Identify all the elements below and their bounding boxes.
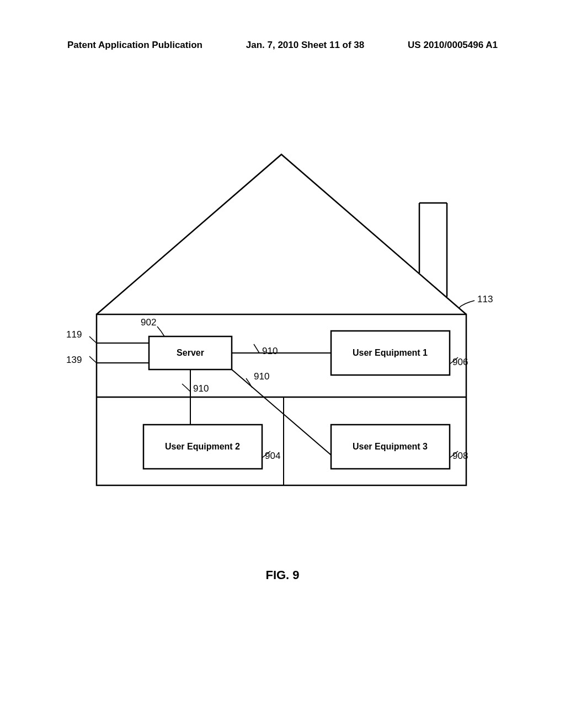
ref-904: 904 [265,451,280,461]
ref-113: 113 [477,294,493,304]
figure-caption: FIG. 9 [0,568,565,582]
ref-910a: 910 [262,346,278,356]
leader-910a [254,344,259,353]
header-pubnumber: US 2010/0005496 A1 [408,40,498,51]
house-diagram-svg: Server User Equipment 1 User Equipment 2… [66,143,497,518]
header-publication: Patent Application Publication [67,40,202,51]
header-date-sheet: Jan. 7, 2010 Sheet 11 of 38 [246,40,365,51]
ref-139: 139 [66,355,82,365]
ref-910c: 910 [193,383,209,394]
chimney [419,203,447,297]
ref-910b: 910 [254,371,269,382]
leader-113 [459,301,475,308]
ref-119: 119 [66,329,82,340]
leader-139 [89,356,97,363]
link-server-ue3 [232,370,331,455]
house-body [97,314,466,485]
ue1-label: User Equipment 1 [353,348,428,357]
leader-910c [182,384,190,392]
ref-906: 906 [452,357,468,367]
leader-119 [89,336,97,343]
server-label: Server [177,348,204,357]
leader-902 [157,326,164,336]
ue3-label: User Equipment 3 [353,442,428,451]
page-header: Patent Application Publication Jan. 7, 2… [0,40,565,51]
ref-902: 902 [141,317,156,328]
figure-diagram: Server User Equipment 1 User Equipment 2… [66,143,497,518]
ref-908: 908 [452,451,468,461]
ue2-label: User Equipment 2 [165,442,240,451]
roof-outline [97,154,466,314]
